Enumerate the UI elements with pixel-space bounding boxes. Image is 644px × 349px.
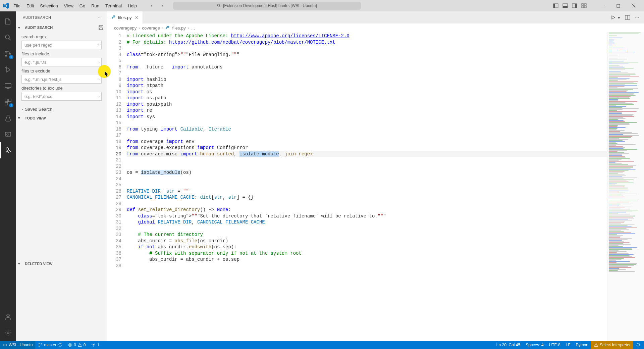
files-exclude-label: files to exclude	[21, 68, 102, 73]
save-icon[interactable]	[98, 25, 104, 30]
branch-name: master	[44, 343, 56, 347]
history-chevron-icon[interactable]: ›	[98, 77, 100, 81]
command-center[interactable]: [Extension Development Host] huntrs [WSL…	[173, 2, 361, 10]
tab-files-py[interactable]: files.py ✕	[107, 11, 143, 23]
menu-help[interactable]: Help	[125, 2, 140, 10]
maximize-button[interactable]	[610, 0, 626, 11]
toggle-panel-icon[interactable]	[562, 3, 568, 9]
close-button[interactable]	[626, 0, 641, 11]
eol[interactable]: LF	[563, 341, 573, 349]
crumb-0[interactable]: coveragepy	[114, 26, 137, 31]
activity-remote-icon[interactable]	[0, 78, 16, 94]
nav-arrows	[148, 2, 166, 10]
nav-forward-icon[interactable]	[158, 2, 166, 10]
language-label: Python	[576, 343, 588, 347]
toggle-secondary-sidebar-icon[interactable]	[572, 3, 578, 9]
customize-layout-icon[interactable]	[581, 3, 587, 9]
ports[interactable]: 1	[88, 341, 102, 349]
sidebar-header: AUDITSEARCH ⋯	[16, 11, 107, 23]
search-regex-label: search regex	[21, 34, 102, 39]
problems[interactable]: 0 0	[65, 341, 88, 349]
chevron-down-icon[interactable]: ▾	[618, 15, 620, 20]
editor-body[interactable]: 1234567891011121314151617181920212223242…	[107, 32, 644, 341]
menu-edit[interactable]: Edit	[24, 2, 37, 10]
select-interpreter[interactable]: Select Interpreter	[591, 341, 633, 349]
window-controls	[595, 0, 641, 11]
svg-rect-24	[5, 99, 8, 102]
menu-selection[interactable]: Selection	[37, 2, 60, 10]
minimize-button[interactable]	[595, 0, 610, 11]
title-bar: File Edit Selection View Go Run Terminal…	[0, 0, 644, 11]
more-icon[interactable]: ⋯	[635, 15, 639, 20]
command-center-text: [Extension Development Host] huntrs [WSL…	[223, 3, 317, 8]
nav-back-icon[interactable]	[148, 2, 156, 10]
saved-search[interactable]: › Saved Search	[16, 104, 107, 114]
dirs-exclude-input[interactable]	[21, 92, 102, 101]
toggle-primary-sidebar-icon[interactable]	[553, 3, 559, 9]
minimap[interactable]	[607, 32, 644, 341]
files-include-label: files to include	[21, 51, 102, 56]
svg-rect-8	[582, 4, 584, 5]
remote-indicator[interactable]: WSL: Ubuntu	[0, 341, 35, 349]
svg-rect-13	[617, 4, 620, 7]
activity-extensions-icon[interactable]: 1	[0, 94, 16, 110]
history-chevron-icon[interactable]: ›	[98, 94, 100, 98]
close-icon[interactable]: ✕	[135, 15, 139, 20]
svg-point-30	[7, 314, 9, 317]
svg-point-21	[6, 67, 7, 68]
section-audit-search[interactable]: ▾ AUDIT SEARCH	[16, 23, 107, 32]
code-content[interactable]: # Licensed under the Apache License: htt…	[127, 32, 607, 341]
tab-label: files.py	[118, 15, 131, 20]
vscode-logo-icon	[3, 2, 9, 9]
activity-explorer-icon[interactable]	[0, 13, 16, 30]
crumb-2[interactable]: files.py	[172, 26, 185, 31]
activity-bar: 1 1 QL	[0, 11, 16, 341]
menu-run[interactable]: Run	[89, 2, 102, 10]
chevron-right-icon: ›	[139, 26, 140, 31]
activity-scm-icon[interactable]: 1	[0, 46, 16, 62]
menu-terminal[interactable]: Terminal	[103, 2, 124, 10]
activity-accounts-icon[interactable]	[0, 309, 16, 325]
svg-point-16	[5, 35, 9, 39]
language-mode[interactable]: Python	[573, 341, 591, 349]
files-include-input[interactable]	[21, 58, 102, 66]
warning-icon	[594, 343, 598, 347]
crumb-1[interactable]: coverage	[142, 26, 160, 31]
error-icon	[68, 343, 72, 347]
split-editor-icon[interactable]	[625, 15, 630, 20]
svg-point-40	[93, 344, 94, 345]
section-deleted-view[interactable]: ▾ DELETED VIEW	[16, 260, 107, 267]
section-todo-view[interactable]: ▾ TODO VIEW	[16, 114, 107, 121]
activity-settings-icon[interactable]	[0, 325, 16, 341]
more-actions-icon[interactable]: ⋯	[98, 15, 102, 20]
cursor-position[interactable]: Ln 20, Col 45	[494, 341, 523, 349]
search-regex-input[interactable]	[21, 41, 102, 49]
python-file-icon	[111, 15, 116, 20]
crumb-3[interactable]: ...	[191, 26, 195, 31]
remote-icon	[3, 343, 7, 347]
activity-auditsearch-icon[interactable]	[0, 142, 16, 158]
history-chevron-icon[interactable]: ›	[98, 60, 100, 64]
status-bar: WSL: Ubuntu master 0 0 1 Ln 20, Col 45 S…	[0, 341, 644, 349]
run-icon[interactable]	[610, 15, 616, 20]
breadcrumb[interactable]: coveragepy › coverage › files.py › ...	[107, 23, 644, 32]
activity-debug-icon[interactable]	[0, 62, 16, 78]
activity-search-icon[interactable]	[0, 30, 16, 46]
notifications[interactable]	[633, 341, 644, 349]
activity-testing-icon[interactable]	[0, 110, 16, 126]
scm-badge: 1	[9, 55, 13, 59]
menu-go[interactable]: Go	[77, 2, 88, 10]
port-count: 1	[97, 343, 99, 347]
indentation[interactable]: Spaces: 4	[523, 341, 546, 349]
svg-rect-3	[553, 4, 555, 8]
regex-icon[interactable]: .*	[97, 43, 100, 47]
svg-point-19	[5, 55, 7, 56]
menu-file[interactable]: File	[11, 2, 23, 10]
menu-view[interactable]: View	[61, 2, 76, 10]
git-branch[interactable]: master	[35, 341, 65, 349]
files-exclude-input[interactable]	[21, 75, 102, 84]
warning-count: 0	[84, 343, 86, 347]
encoding[interactable]: UTF-8	[546, 341, 563, 349]
svg-rect-12	[601, 6, 605, 6]
activity-ql-icon[interactable]: QL	[0, 126, 16, 142]
